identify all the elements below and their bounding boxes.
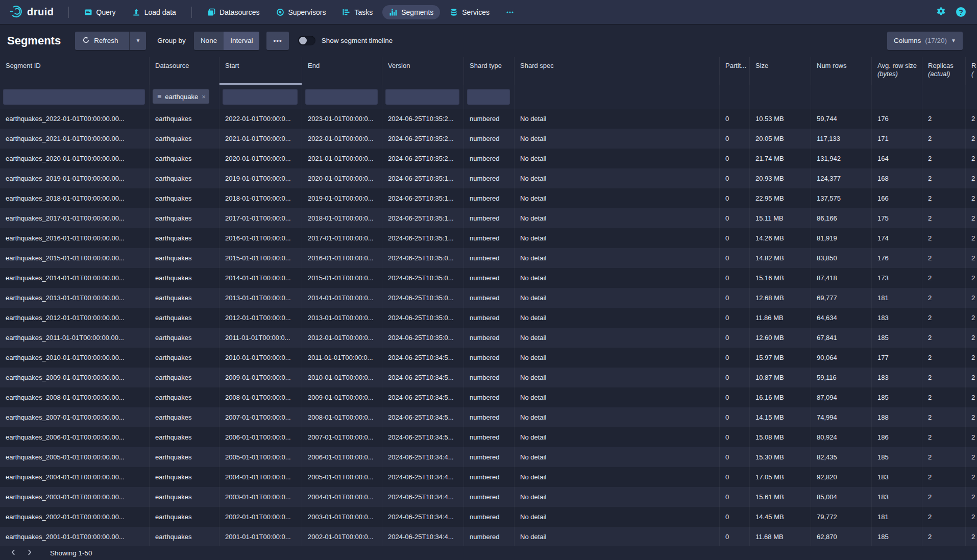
table-row[interactable]: earthquakes_2012-01-01T00:00:00.00...ear… bbox=[0, 308, 977, 328]
table-row[interactable]: earthquakes_2007-01-01T00:00:00.00...ear… bbox=[0, 407, 977, 427]
cell-size: 21.74 MB bbox=[750, 149, 811, 168]
filter-cell-replicas bbox=[922, 85, 966, 109]
next-page-button[interactable] bbox=[21, 548, 38, 558]
column-header-num_rows[interactable]: Num rows bbox=[811, 57, 872, 85]
table-row[interactable]: earthquakes_2006-01-01T00:00:00.00...ear… bbox=[0, 427, 977, 447]
column-header-size[interactable]: Size bbox=[750, 57, 811, 85]
cell-version: 2024-06-25T10:34:4... bbox=[382, 467, 464, 487]
druid-logo[interactable]: druid bbox=[0, 5, 61, 20]
cell-shard_spec: No detail bbox=[515, 527, 720, 547]
table-row[interactable]: earthquakes_2001-01-01T00:00:00.00...ear… bbox=[0, 527, 977, 547]
cell-size: 10.53 MB bbox=[750, 109, 811, 129]
cell-replication_factor: 2 bbox=[966, 268, 977, 288]
table-row[interactable]: earthquakes_2022-01-01T00:00:00.00...ear… bbox=[0, 109, 977, 129]
table-row[interactable]: earthquakes_2005-01-01T00:00:00.00...ear… bbox=[0, 447, 977, 467]
filter-input-start[interactable] bbox=[223, 89, 298, 105]
datasource-filter-tag[interactable]: ≡earthquake× bbox=[153, 89, 209, 104]
nav-item-datasources[interactable]: Datasources bbox=[201, 5, 266, 19]
cell-datasource: earthquakes bbox=[150, 348, 219, 368]
refresh-interval-dropdown[interactable]: ▼ bbox=[129, 32, 146, 50]
cell-segment_id: earthquakes_2018-01-01T00:00:00.00... bbox=[0, 188, 150, 208]
supervisors-icon bbox=[276, 8, 284, 16]
table-row[interactable]: earthquakes_2015-01-01T00:00:00.00...ear… bbox=[0, 248, 977, 268]
previous-page-button[interactable] bbox=[5, 548, 21, 558]
column-header-replication_factor[interactable]: R( bbox=[966, 57, 977, 85]
cell-replication_factor: 2 bbox=[966, 487, 977, 507]
column-header-avg_row_size[interactable]: Avg. row size(bytes) bbox=[872, 57, 922, 85]
filter-input-shard_type[interactable] bbox=[467, 89, 510, 105]
table-row[interactable]: earthquakes_2008-01-01T00:00:00.00...ear… bbox=[0, 387, 977, 407]
refresh-button[interactable]: Refresh bbox=[75, 32, 125, 50]
settings-button[interactable] bbox=[936, 7, 946, 18]
filter-input-end[interactable] bbox=[305, 89, 378, 105]
table-row[interactable]: earthquakes_2017-01-01T00:00:00.00...ear… bbox=[0, 208, 977, 228]
column-header-end[interactable]: End bbox=[302, 57, 382, 85]
filter-input-segment_id[interactable] bbox=[3, 89, 145, 105]
column-header-datasource[interactable]: Datasource bbox=[150, 57, 219, 85]
cell-avg_row_size: 183 bbox=[872, 308, 922, 328]
column-header-version[interactable]: Version bbox=[382, 57, 464, 85]
table-row[interactable]: earthquakes_2013-01-01T00:00:00.00...ear… bbox=[0, 288, 977, 308]
nav-item-tasks[interactable]: Tasks bbox=[335, 5, 379, 19]
cell-num_rows: 124,377 bbox=[811, 168, 872, 188]
table-row[interactable]: earthquakes_2003-01-01T00:00:00.00...ear… bbox=[0, 487, 977, 507]
cell-replicas: 2 bbox=[922, 487, 966, 507]
column-header-start[interactable]: Start bbox=[219, 57, 302, 85]
table-row[interactable]: earthquakes_2021-01-01T00:00:00.00...ear… bbox=[0, 129, 977, 149]
cell-avg_row_size: 183 bbox=[872, 487, 922, 507]
druid-logo-icon bbox=[9, 5, 23, 20]
table-row[interactable]: earthquakes_2018-01-01T00:00:00.00...ear… bbox=[0, 188, 977, 208]
cell-replicas: 2 bbox=[922, 467, 966, 487]
cell-num_rows: 92,820 bbox=[811, 467, 872, 487]
column-header-shard_type[interactable]: Shard type bbox=[464, 57, 515, 85]
nav-item-segments[interactable]: Segments bbox=[382, 5, 440, 19]
nav-item-supervisors[interactable]: Supervisors bbox=[270, 5, 333, 19]
table-row[interactable]: earthquakes_2002-01-01T00:00:00.00...ear… bbox=[0, 507, 977, 527]
cell-version: 2024-06-25T10:34:4... bbox=[382, 507, 464, 527]
column-header-shard_spec[interactable]: Shard spec bbox=[515, 57, 720, 85]
nav-item-more[interactable] bbox=[499, 5, 521, 19]
segment-timeline-toggle[interactable] bbox=[298, 36, 315, 45]
cell-datasource: earthquakes bbox=[150, 208, 219, 228]
cell-start: 2020-01-01T00:00:0... bbox=[219, 149, 302, 168]
pagination-bar: Showing 1-50 bbox=[0, 546, 977, 560]
table-row[interactable]: earthquakes_2014-01-01T00:00:00.00...ear… bbox=[0, 268, 977, 288]
column-header-partition[interactable]: Partit... bbox=[720, 57, 750, 85]
cell-num_rows: 131,942 bbox=[811, 149, 872, 168]
table-row[interactable]: earthquakes_2010-01-01T00:00:00.00...ear… bbox=[0, 348, 977, 368]
cell-segment_id: earthquakes_2015-01-01T00:00:00.00... bbox=[0, 248, 150, 268]
more-actions-button[interactable]: ••• bbox=[266, 32, 288, 50]
table-row[interactable]: earthquakes_2020-01-01T00:00:00.00...ear… bbox=[0, 149, 977, 168]
column-header-replicas[interactable]: Replicas(actual) bbox=[922, 57, 966, 85]
cell-partition: 0 bbox=[720, 188, 750, 208]
remove-filter-icon[interactable]: × bbox=[202, 93, 206, 101]
help-button[interactable]: ? bbox=[956, 7, 966, 17]
cell-segment_id: earthquakes_2017-01-01T00:00:00.00... bbox=[0, 208, 150, 228]
table-row[interactable]: earthquakes_2004-01-01T00:00:00.00...ear… bbox=[0, 467, 977, 487]
table-row[interactable]: earthquakes_2011-01-01T00:00:00.00...ear… bbox=[0, 328, 977, 348]
nav-item-label: Supervisors bbox=[288, 8, 326, 16]
cell-shard_spec: No detail bbox=[515, 208, 720, 228]
group-by-interval-button[interactable]: Interval bbox=[224, 32, 259, 50]
chevron-left-icon bbox=[10, 549, 17, 557]
cell-partition: 0 bbox=[720, 527, 750, 547]
segment-timeline-toggle-label: Show segment timeline bbox=[322, 37, 393, 44]
cell-size: 10.87 MB bbox=[750, 368, 811, 387]
column-sublabel: ( bbox=[971, 70, 977, 78]
table-row[interactable]: earthquakes_2009-01-01T00:00:00.00...ear… bbox=[0, 368, 977, 387]
table-row[interactable]: earthquakes_2016-01-01T00:00:00.00...ear… bbox=[0, 228, 977, 248]
cell-segment_id: earthquakes_2008-01-01T00:00:00.00... bbox=[0, 387, 150, 407]
cell-shard_type: numbered bbox=[464, 507, 515, 527]
nav-item-services[interactable]: Services bbox=[443, 5, 496, 19]
cell-shard_spec: No detail bbox=[515, 507, 720, 527]
cell-shard_type: numbered bbox=[464, 109, 515, 129]
column-header-segment_id[interactable]: Segment ID bbox=[0, 57, 150, 85]
cell-segment_id: earthquakes_2022-01-01T00:00:00.00... bbox=[0, 109, 150, 129]
nav-item-query[interactable]: Query bbox=[78, 5, 123, 19]
table-row[interactable]: earthquakes_2019-01-01T00:00:00.00...ear… bbox=[0, 168, 977, 188]
columns-button[interactable]: Columns (17/20) ▼ bbox=[887, 32, 963, 50]
group-by-none-button[interactable]: None bbox=[194, 32, 224, 50]
cell-shard_type: numbered bbox=[464, 129, 515, 149]
nav-item-load-data[interactable]: Load data bbox=[126, 5, 183, 19]
filter-input-version[interactable] bbox=[385, 89, 459, 105]
